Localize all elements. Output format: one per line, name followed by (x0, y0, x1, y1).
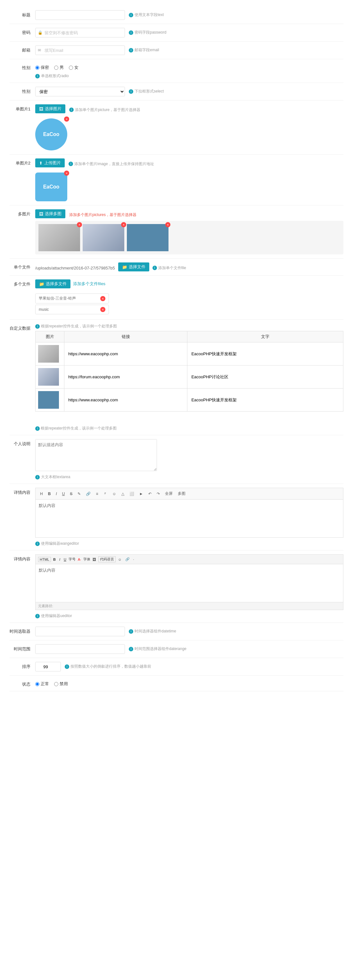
ue-emoji-btn[interactable]: ☺ (117, 557, 123, 562)
bio-info-icon: i (35, 475, 40, 479)
row-3-text-input[interactable] (190, 397, 340, 403)
select-multi-file-button[interactable]: 📁 选择多文件 (35, 279, 70, 288)
row-1-thumbnail (38, 345, 59, 363)
wan-media-btn[interactable]: ► (137, 491, 145, 497)
title-input[interactable] (35, 10, 125, 20)
email-input[interactable] (35, 45, 125, 55)
wan-fullscreen-btn[interactable]: 全屏 (163, 490, 174, 497)
wan-img-btn[interactable]: △ (120, 491, 126, 497)
wan-video-btn[interactable]: ⬜ (128, 491, 136, 497)
select-file-button[interactable]: 📁 选择文件 (118, 262, 149, 271)
multi-img-delete-2[interactable]: × (121, 222, 126, 227)
multi-img-row: 多图片 🖼 选择多图 添加多个图片pictures，基于图片选择器 × × (10, 205, 343, 259)
gender-radio-male[interactable]: 男 (54, 65, 64, 70)
title-row: 标题 i 使用文本字段text (10, 6, 343, 24)
ueditor-area[interactable]: 默认内容 (35, 564, 343, 602)
image2-delete-button[interactable]: × (64, 170, 69, 176)
title-hint: i 使用文本字段text (129, 10, 164, 18)
multi-img-delete-3[interactable]: × (165, 222, 171, 227)
ue-extra-btn[interactable]: · (132, 557, 136, 562)
ue-b-btn[interactable]: B (52, 557, 57, 562)
sort-input[interactable] (35, 662, 61, 671)
image1-preview: × EaCoo (35, 118, 67, 150)
wan-i-btn[interactable]: I (54, 491, 59, 497)
ue-link-btn[interactable]: 🔗 (124, 557, 131, 562)
row-1-text-input[interactable] (190, 351, 340, 357)
daterange-hint: i 时间范围选择器组件daterange (129, 644, 187, 652)
custom-data-table-wrap: 图片 链接 文字 (35, 331, 343, 412)
datetime-label: 时间选取器 (10, 627, 35, 634)
datetime-hint: i 时间选择器组件datetime (129, 627, 176, 634)
ue-i-btn[interactable]: I (58, 557, 62, 562)
multi-file-label: 多个文件 (10, 279, 35, 287)
status-normal[interactable]: 正常 (35, 681, 49, 687)
ue-code-btn[interactable]: 代码语言 (98, 556, 116, 562)
ue-html-btn[interactable]: HTML (38, 557, 51, 562)
wangeditor-hint: i 使用编辑器wangeditor (35, 541, 79, 546)
wan-edit-btn[interactable]: ✎ (76, 491, 83, 497)
daterange-info-icon: i (129, 647, 133, 651)
custom-data-label: 自定义数据 (10, 324, 35, 331)
ue-img-btn[interactable]: 🖼 (91, 557, 97, 562)
select-image-button[interactable]: 🖼 选择图片 (35, 104, 65, 113)
ueditor-wrap: HTML B I U 字号 A· 字体 🖼 代码语言 ☺ 🔗 · 默认内容 元素… (35, 554, 343, 610)
wan-link-btn[interactable]: 🔗 (84, 491, 93, 497)
gender-radio-female[interactable]: 女 (69, 65, 78, 70)
status-disabled[interactable]: 禁用 (54, 681, 68, 687)
file-item-1: 苹果短信-三全音-铃声 × (35, 293, 109, 304)
upload-image-button[interactable]: ⬆ 上传图片 (35, 158, 65, 167)
daterange-input[interactable] (35, 644, 125, 654)
row-2-link-input[interactable] (67, 374, 185, 380)
password-input[interactable] (35, 28, 125, 37)
multi-file-icon: 📁 (39, 282, 44, 286)
wan-s-btn[interactable]: S (68, 491, 74, 497)
datetime-input[interactable] (35, 627, 125, 636)
wan-list-btn[interactable]: ≡ (94, 491, 100, 497)
daterange-label: 时间范围 (10, 644, 35, 652)
multi-img-delete-1[interactable]: × (77, 222, 82, 227)
wan-u-btn[interactable]: U (60, 491, 67, 497)
gender-select[interactable]: 保密 男 女 (35, 87, 125, 96)
wangeditor-area[interactable]: 默认内容 (35, 499, 343, 538)
password-label: 密码 (10, 28, 35, 35)
gender-radio-group: 保密 男 女 (35, 63, 343, 70)
bio-textarea[interactable] (35, 439, 157, 471)
custom-data-info-icon: i (35, 324, 40, 329)
add-multi-file-link[interactable]: 添加多个文件files (73, 281, 105, 287)
wangeditor-wrap: H B I U S ✎ 🔗 ≡ 〃 ☺ △ ⬜ ► ↶ ↷ 全屏 多图 (35, 488, 343, 538)
wan-b-btn[interactable]: B (46, 491, 53, 497)
row-1-link-input[interactable] (67, 351, 185, 357)
row-2-text-input[interactable] (190, 374, 340, 380)
row-3-link-input[interactable] (67, 397, 185, 403)
image1-delete-button[interactable]: × (64, 116, 69, 122)
table-row-1-link-cell (64, 342, 187, 366)
envelope-icon: ✉ (38, 48, 41, 52)
email-info-icon: i (129, 48, 133, 52)
wan-emoji-btn[interactable]: ☺ (110, 491, 118, 497)
sort-info-icon: i (65, 664, 69, 669)
wan-multiimg-btn[interactable]: 多图 (176, 490, 187, 497)
col-header-img: 图片 (35, 331, 64, 342)
select-multi-image-button[interactable]: 🖼 选择多图 (35, 209, 65, 218)
radio-hint: i 单选框形式radio (35, 73, 69, 79)
wan-redo-btn[interactable]: ↷ (155, 491, 162, 497)
wan-undo-btn[interactable]: ↶ (146, 491, 153, 497)
radio-info-icon: i (35, 74, 40, 78)
image2-label: 单图片2 (10, 158, 35, 166)
ue-color-btn[interactable]: A· (77, 557, 82, 562)
ue-font-label: 字体 (83, 557, 90, 562)
multi-img-icon: 🖼 (39, 212, 43, 216)
wangeditor-toolbar: H B I U S ✎ 🔗 ≡ 〃 ☺ △ ⬜ ► ↶ ↷ 全屏 多图 (35, 488, 343, 499)
custom-data-row: 自定义数据 i 根据repeater控件生成，该示例一个处理多图 图片 链接 文… (10, 320, 343, 435)
ue-u-btn[interactable]: U (62, 557, 67, 562)
wan-quote-btn[interactable]: 〃 (101, 490, 109, 497)
file-2-delete[interactable]: × (100, 307, 105, 312)
repeater-hint-2: i 根据repeater控件生成，该示例一个处理多图 (35, 426, 117, 431)
image2-row: 单图片2 ⬆ 上传图片 i 添加单个图片image，直接上传并保持图片地址 × … (10, 154, 343, 205)
wan-h-btn[interactable]: H (38, 491, 45, 497)
gender-radio-secret[interactable]: 保密 (35, 65, 49, 70)
status-group: 正常 禁用 (35, 679, 68, 687)
file-1-delete[interactable]: × (100, 296, 105, 301)
gender-select-label: 性别 (10, 87, 35, 94)
bio-label: 个人说明 (10, 439, 35, 447)
